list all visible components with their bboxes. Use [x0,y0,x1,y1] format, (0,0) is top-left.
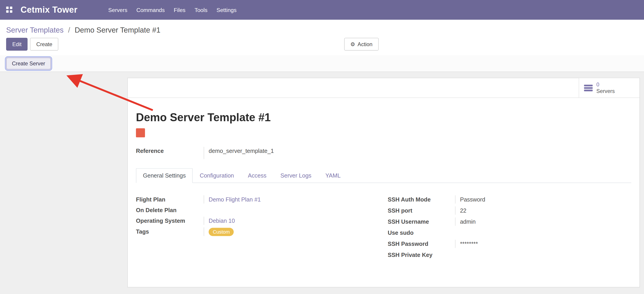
reference-label: Reference [136,147,204,155]
action-button-label: Action [358,41,372,47]
color-swatch [136,128,145,137]
create-button[interactable]: Create [30,38,59,50]
menu-commands[interactable]: Commands [132,0,169,20]
edit-button[interactable]: Edit [6,38,28,50]
breadcrumb-separator: / [68,26,70,34]
action-button[interactable]: ⚙Action [344,38,378,50]
servers-stat-button[interactable]: 0 Servers [579,78,640,97]
servers-count-label: Servers [596,88,615,94]
app-brand[interactable]: Cetmix Tower [20,5,78,15]
field-ssh-username: SSH Username admin [388,218,631,229]
form-sheet: 0 Servers Demo Server Template #1 Refere… [127,78,640,287]
content-area: 0 Servers Demo Server Template #1 Refere… [0,72,644,290]
top-navbar: Cetmix Tower Servers Commands Files Tool… [0,0,644,20]
breadcrumb-current: Demo Server Template #1 [75,26,160,34]
menu-settings[interactable]: Settings [212,0,241,20]
field-ssh-auth-mode: SSH Auth Mode Password [388,195,631,207]
menu-files[interactable]: Files [169,0,190,20]
flight-plan-link[interactable]: Demo Flight Plan #1 [209,196,261,203]
tab-yaml[interactable]: YAML [318,168,348,183]
menu-servers[interactable]: Servers [104,0,132,20]
reference-value: demo_server_template_1 [204,147,631,159]
app-window: Cetmix Tower Servers Commands Files Tool… [0,0,644,294]
control-panel-buttons: Edit Create ⚙Action [6,38,638,55]
form-fields: Flight Plan Demo Flight Plan #1 On Delet… [136,195,631,262]
servers-count: 0 [596,81,615,88]
field-ssh-port: SSH port 22 [388,207,631,218]
field-use-sudo: Use sudo [388,229,631,240]
field-ssh-private-key: SSH Private Key [388,251,631,262]
reference-field: Reference demo_server_template_1 [136,147,631,159]
tab-general-settings[interactable]: General Settings [136,168,193,183]
control-panel: Server Templates / Demo Server Template … [0,20,644,55]
breadcrumb: Server Templates / Demo Server Template … [6,25,638,35]
field-on-delete-plan: On Delete Plan [136,206,380,217]
apps-grid-icon[interactable] [6,7,13,13]
create-server-button[interactable]: Create Server [6,58,51,70]
server-stack-icon [584,85,592,91]
menu-tools[interactable]: Tools [190,0,212,20]
gear-icon: ⚙ [350,41,355,47]
tab-access[interactable]: Access [241,168,274,183]
record-title: Demo Server Template #1 [136,111,631,124]
record-action-bar: Create Server [0,55,644,72]
operating-system-link[interactable]: Debian 10 [209,218,235,224]
stat-button-box: 0 Servers [128,78,640,98]
field-ssh-password: SSH Password ******** [388,240,631,251]
notebook-tabs: General Settings Configuration Access Se… [136,168,631,183]
tab-server-logs[interactable]: Server Logs [274,168,318,183]
field-flight-plan: Flight Plan Demo Flight Plan #1 [136,195,380,206]
tag-pill: Custom [209,228,234,236]
field-operating-system: Operating System Debian 10 [136,217,380,227]
tab-configuration[interactable]: Configuration [193,168,241,183]
main-menu: Servers Commands Files Tools Settings [104,0,241,20]
breadcrumb-parent-link[interactable]: Server Templates [6,26,64,34]
field-tags: Tags Custom [136,227,380,238]
